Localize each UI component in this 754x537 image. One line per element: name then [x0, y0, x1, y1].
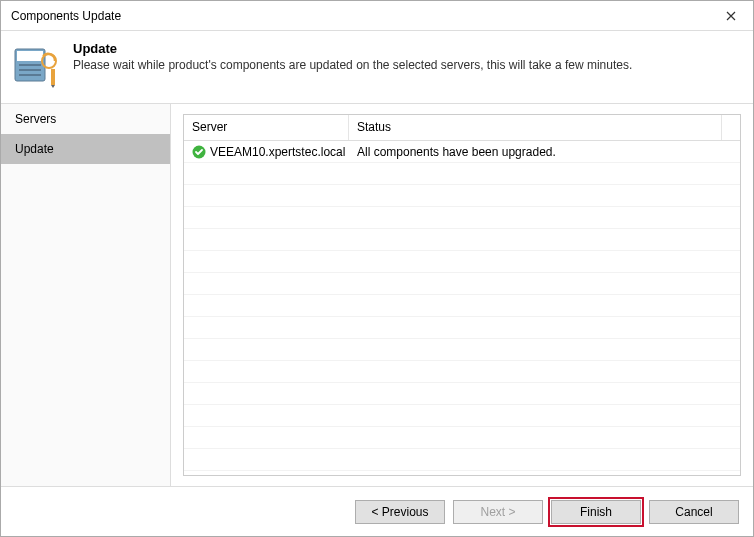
sidebar-item-update[interactable]: Update: [1, 134, 170, 164]
svg-rect-6: [51, 69, 55, 85]
update-icon: [13, 41, 61, 89]
cell-server: VEEAM10.xpertstec.local: [184, 145, 349, 159]
table-row: [184, 383, 740, 405]
finish-button[interactable]: Finish: [551, 500, 641, 524]
body: Servers Update Server Status VEEAM10.xpe…: [1, 103, 753, 486]
table-row: [184, 207, 740, 229]
table-row: [184, 449, 740, 471]
dialog-window: Components Update Update Please wait whi…: [0, 0, 754, 537]
table-row: [184, 163, 740, 185]
window-title: Components Update: [11, 9, 121, 23]
table-row: [184, 405, 740, 427]
table-row: [184, 229, 740, 251]
table-row: [184, 251, 740, 273]
close-button[interactable]: [708, 1, 753, 31]
sidebar: Servers Update: [1, 104, 171, 486]
header-title: Update: [73, 41, 632, 56]
sidebar-item-servers[interactable]: Servers: [1, 104, 170, 134]
table-row: [184, 361, 740, 383]
table-row: [184, 427, 740, 449]
main-panel: Server Status VEEAM10.xpertstec.localAll…: [171, 104, 753, 486]
table-header: Server Status: [184, 115, 740, 141]
header-subtitle: Please wait while product's components a…: [73, 58, 632, 72]
header: Update Please wait while product's compo…: [1, 31, 753, 103]
table-row: [184, 273, 740, 295]
cancel-button[interactable]: Cancel: [649, 500, 739, 524]
sidebar-item-label: Update: [15, 142, 54, 156]
server-name: VEEAM10.xpertstec.local: [210, 145, 345, 159]
table-row: [184, 295, 740, 317]
success-icon: [192, 145, 206, 159]
table-row[interactable]: VEEAM10.xpertstec.localAll components ha…: [184, 141, 740, 163]
cell-status: All components have been upgraded.: [349, 145, 740, 159]
titlebar: Components Update: [1, 1, 753, 31]
column-header-status[interactable]: Status: [349, 115, 722, 140]
previous-button[interactable]: < Previous: [355, 500, 445, 524]
table-body: VEEAM10.xpertstec.localAll components ha…: [184, 141, 740, 475]
table-row: [184, 339, 740, 361]
header-text: Update Please wait while product's compo…: [73, 41, 632, 72]
column-header-spacer: [722, 115, 740, 140]
footer: < Previous Next > Finish Cancel: [1, 486, 753, 536]
next-button[interactable]: Next >: [453, 500, 543, 524]
sidebar-item-label: Servers: [15, 112, 56, 126]
table-row: [184, 317, 740, 339]
results-table: Server Status VEEAM10.xpertstec.localAll…: [183, 114, 741, 476]
close-icon: [726, 11, 736, 21]
svg-rect-1: [17, 51, 43, 61]
table-row: [184, 185, 740, 207]
column-header-server[interactable]: Server: [184, 115, 349, 140]
